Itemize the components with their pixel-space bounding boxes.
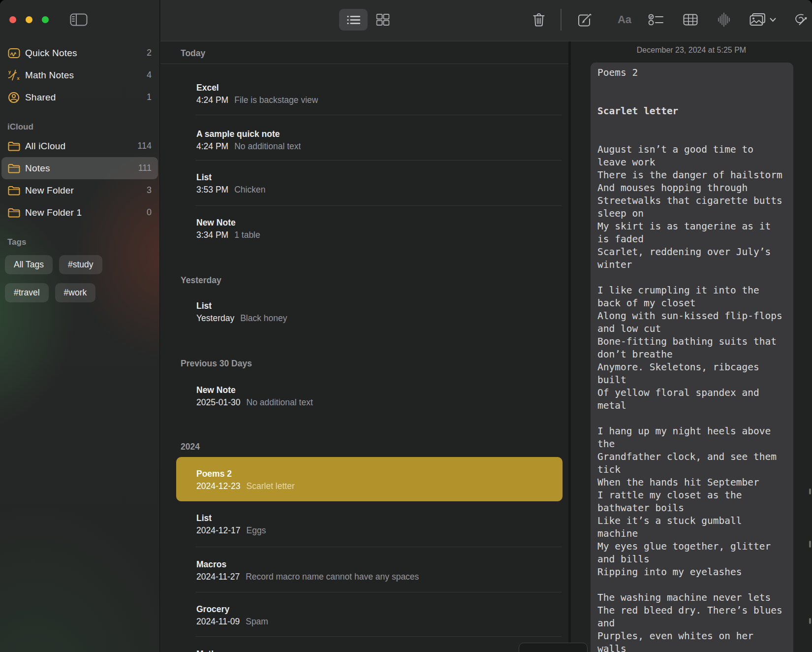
format-text-button[interactable]: Aa <box>618 13 631 26</box>
sidebar-item-count: 1 <box>147 92 152 102</box>
quick-note-icon <box>8 48 21 59</box>
tag-pill-study[interactable]: #study <box>59 255 102 274</box>
note-row-title: A sample quick note <box>196 129 562 139</box>
tags-section-label: Tags <box>0 236 159 248</box>
note-row[interactable]: ListYesterdayBlack honey <box>196 300 562 324</box>
notes-group-header: 2024 <box>181 442 200 452</box>
folder-icon <box>8 141 21 151</box>
sidebar-item-new-folder-1[interactable]: New Folder 10 <box>1 201 158 224</box>
window-edge-artifact <box>809 618 811 624</box>
sidebar-item-math-notes[interactable]: yxMath Notes4 <box>1 64 158 86</box>
note-row-time: Yesterday <box>196 313 234 324</box>
sidebar-item-quick-notes[interactable]: Quick Notes2 <box>1 42 158 64</box>
audio-record-button[interactable] <box>718 12 730 27</box>
note-row-preview: Eggs <box>247 525 266 536</box>
list-view-button[interactable] <box>339 9 368 31</box>
note-row-title: List <box>196 513 562 523</box>
note-row-title: Math <box>196 649 562 652</box>
note-row-time: 2024-11-27 <box>196 571 240 582</box>
shared-person-icon <box>8 92 21 103</box>
tag-pill-alltags[interactable]: All Tags <box>5 255 53 274</box>
note-row[interactable]: Math <box>196 649 562 652</box>
gallery-view-button[interactable] <box>376 14 390 26</box>
tag-pills: All Tags#study#travel#work <box>0 255 148 302</box>
note-row[interactable]: List3:53 PMChicken <box>196 172 562 195</box>
sidebar-item-label: Math Notes <box>25 70 147 81</box>
tag-pill-work[interactable]: #work <box>55 283 96 302</box>
note-row-time: 2025-01-30 <box>196 397 241 408</box>
sidebar: Quick Notes2yxMath Notes4Shared1 iCloud … <box>0 0 160 652</box>
note-row-time: 2024-12-23 <box>196 481 241 491</box>
checklist-button[interactable] <box>649 14 664 26</box>
tag-pill-travel[interactable]: #travel <box>5 283 49 302</box>
sidebar-item-count: 2 <box>147 48 152 58</box>
note-row-preview: No additional text <box>247 397 313 408</box>
note-row-divider <box>196 592 562 592</box>
note-row[interactable]: New Note3:34 PM1 table <box>196 217 562 240</box>
note-row[interactable]: New Note2025-01-30No additional text <box>196 385 562 408</box>
note-row-title: Poems 2 <box>196 468 562 479</box>
note-row-time: 2024-11-09 <box>196 616 240 627</box>
note-row-time: 4:24 PM <box>196 141 228 152</box>
note-content-block[interactable]: Poems 2 Scarlet letter August isn’t a go… <box>591 63 793 652</box>
sidebar-item-shared[interactable]: Shared1 <box>1 86 158 108</box>
note-row-preview: Scarlet letter <box>247 481 295 491</box>
note-row-time: 2024-12-17 <box>196 525 241 536</box>
note-body: August isn’t a good time to leave work T… <box>597 143 786 652</box>
note-row-title: New Note <box>196 217 562 228</box>
minimize-window-button[interactable] <box>26 16 32 23</box>
sidebar-item-label: Quick Notes <box>25 48 147 59</box>
note-editor-pane[interactable]: December 23, 2024 at 5:25 PM Poems 2 Sca… <box>571 41 812 652</box>
note-row[interactable]: Excel4:24 PMFile is backstage view <box>196 82 562 105</box>
note-row-title: Macros <box>196 559 562 570</box>
new-note-button[interactable] <box>577 13 592 27</box>
insert-table-button[interactable] <box>683 14 698 26</box>
note-row-divider <box>196 547 562 547</box>
note-row-divider <box>196 115 562 115</box>
note-row-divider <box>196 636 562 637</box>
close-window-button[interactable] <box>9 16 16 23</box>
sidebar-item-all-icloud[interactable]: All iCloud114 <box>1 135 158 157</box>
note-row-preview: Record macro name cannot have any spaces <box>246 571 419 582</box>
sidebar-item-count: 0 <box>147 207 152 218</box>
bottom-overlay <box>519 643 588 652</box>
sidebar-item-label: Shared <box>25 92 147 103</box>
note-row[interactable]: Macros2024-11-27Record macro name cannot… <box>196 559 562 582</box>
window-edge-artifact <box>809 541 811 548</box>
format-aa-icon: Aa <box>618 13 631 26</box>
note-row[interactable]: List2024-12-17Eggs <box>196 513 562 536</box>
note-row[interactable]: A sample quick note4:24 PMNo additional … <box>196 129 562 152</box>
window-edge-artifact <box>809 489 811 494</box>
note-row-title: Grocery <box>196 604 562 615</box>
image-wand-button[interactable] <box>793 13 808 27</box>
note-row[interactable]: Grocery2024-11-09Spam <box>196 604 562 627</box>
note-row-preview: Chicken <box>234 184 265 195</box>
sidebar-item-notes[interactable]: Notes111 <box>1 157 158 179</box>
sidebar-item-count: 114 <box>137 141 152 151</box>
toolbar-divider <box>561 9 562 31</box>
note-row-title: List <box>196 172 562 183</box>
note-row-preview: No additional text <box>234 141 301 152</box>
sidebar-item-label: New Folder <box>25 185 147 196</box>
zoom-window-button[interactable] <box>42 16 49 23</box>
note-row-title: List <box>196 300 562 311</box>
sidebar-toggle-icon[interactable] <box>69 12 89 29</box>
delete-note-button[interactable] <box>532 13 545 27</box>
note-row-preview: File is backstage view <box>234 95 318 105</box>
note-row-preview: 1 table <box>234 229 260 240</box>
note-row-title: New Note <box>196 385 562 395</box>
sidebar-item-label: New Folder 1 <box>25 207 147 218</box>
sidebar-smart-folders: Quick Notes2yxMath Notes4Shared1 <box>0 42 159 108</box>
note-row-time: 3:53 PM <box>196 184 228 195</box>
note-row[interactable]: Poems 22024-12-23Scarlet letter <box>196 468 562 491</box>
sidebar-item-label: All iCloud <box>25 141 137 152</box>
notes-group-header: Previous 30 Days <box>181 359 252 368</box>
svg-text:x: x <box>17 76 20 81</box>
note-row-time: 3:34 PM <box>196 229 228 240</box>
sidebar-item-new-folder[interactable]: New Folder3 <box>1 179 158 201</box>
notes-list: TodayExcel4:24 PMFile is backstage viewA… <box>160 41 570 652</box>
insert-photos-button[interactable] <box>750 13 776 26</box>
folder-icon <box>8 186 21 196</box>
toolbar: Aa <box>160 0 812 41</box>
note-row-divider <box>196 205 562 206</box>
